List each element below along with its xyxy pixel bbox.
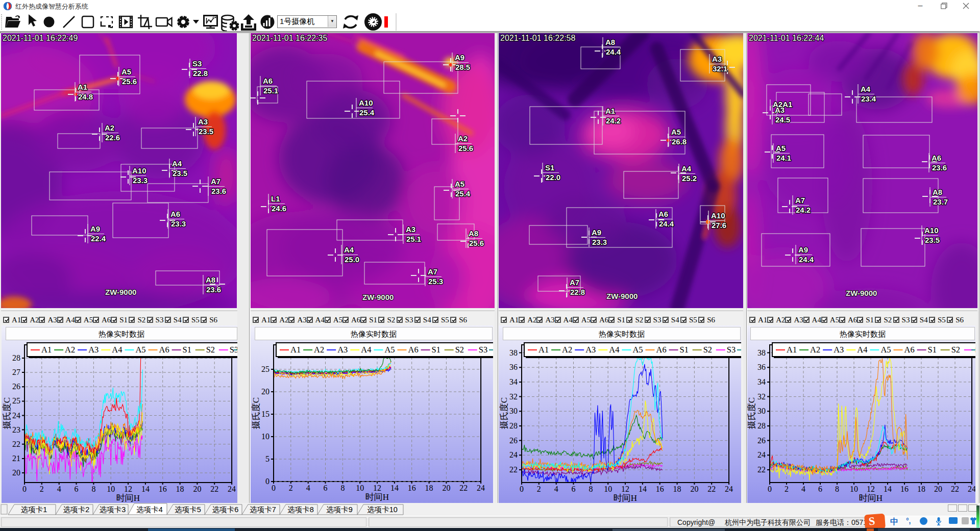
svg-text:23.3: 23.3 bbox=[133, 176, 148, 185]
svg-text:14: 14 bbox=[884, 485, 892, 493]
svg-text:A2: A2 bbox=[562, 345, 572, 355]
svg-text:A4: A4 bbox=[112, 345, 122, 355]
svg-text:25.4: 25.4 bbox=[455, 189, 471, 198]
svg-text:22: 22 bbox=[210, 485, 218, 493]
svg-text:24.1: 24.1 bbox=[776, 154, 791, 162]
svg-text:A5: A5 bbox=[671, 128, 681, 136]
svg-text:A1: A1 bbox=[290, 345, 301, 355]
svg-text:0: 0 bbox=[520, 485, 524, 493]
svg-text:32: 32 bbox=[509, 392, 518, 401]
svg-text:24: 24 bbox=[509, 450, 518, 459]
svg-text:22.4: 22.4 bbox=[91, 234, 106, 243]
svg-text:A6: A6 bbox=[408, 345, 419, 355]
svg-text:A7: A7 bbox=[211, 177, 220, 186]
svg-text:选项卡8: 选项卡8 bbox=[287, 505, 314, 514]
svg-text:S2: S2 bbox=[206, 345, 215, 355]
svg-text:A5: A5 bbox=[384, 345, 395, 355]
svg-text:24.8: 24.8 bbox=[78, 92, 93, 101]
svg-text:18: 18 bbox=[673, 485, 681, 493]
svg-text:选项卡1: 选项卡1 bbox=[21, 505, 47, 514]
svg-text:32: 32 bbox=[757, 392, 766, 401]
svg-text:A6: A6 bbox=[656, 345, 667, 355]
svg-text:A10: A10 bbox=[711, 211, 725, 220]
svg-text:ZW-9000: ZW-9000 bbox=[362, 293, 394, 301]
svg-text:时间H: 时间H bbox=[116, 493, 140, 503]
svg-text:23.4: 23.4 bbox=[861, 94, 876, 103]
svg-text:8: 8 bbox=[91, 485, 95, 493]
svg-text:A5: A5 bbox=[121, 67, 131, 76]
svg-text:A10: A10 bbox=[924, 226, 939, 235]
svg-text:选项卡3: 选项卡3 bbox=[100, 505, 126, 514]
svg-text:38: 38 bbox=[509, 348, 518, 357]
svg-text:14: 14 bbox=[390, 484, 399, 492]
svg-text:0: 0 bbox=[272, 484, 276, 492]
svg-text:34: 34 bbox=[509, 377, 518, 386]
svg-text:23.5: 23.5 bbox=[199, 127, 213, 136]
svg-text:A7: A7 bbox=[570, 278, 579, 287]
svg-text:A4: A4 bbox=[361, 345, 371, 355]
svg-text:A4: A4 bbox=[172, 159, 182, 168]
svg-text:25.3: 25.3 bbox=[428, 277, 443, 286]
svg-text:A1: A1 bbox=[787, 345, 797, 355]
svg-text:A8: A8 bbox=[469, 229, 478, 238]
svg-text:A2: A2 bbox=[314, 345, 324, 355]
svg-text:A8: A8 bbox=[933, 188, 942, 196]
svg-text:24: 24 bbox=[968, 485, 975, 493]
svg-text:摄氏度C: 摄氏度C bbox=[499, 397, 509, 429]
svg-text:A4: A4 bbox=[344, 245, 354, 254]
svg-text:23.6: 23.6 bbox=[206, 285, 221, 294]
svg-text:S3: S3 bbox=[727, 345, 736, 355]
svg-text:ZW-9000: ZW-9000 bbox=[846, 289, 877, 297]
svg-text:A3: A3 bbox=[775, 106, 785, 114]
svg-text:A4: A4 bbox=[861, 85, 871, 93]
svg-text:20: 20 bbox=[442, 484, 450, 492]
svg-text:2: 2 bbox=[537, 485, 541, 493]
svg-text:12: 12 bbox=[373, 484, 381, 492]
svg-text:12: 12 bbox=[124, 485, 132, 493]
svg-text:A1: A1 bbox=[605, 107, 615, 115]
svg-text:A9: A9 bbox=[90, 224, 100, 233]
svg-text:23: 23 bbox=[12, 425, 20, 434]
svg-text:A6: A6 bbox=[658, 210, 668, 218]
svg-text:23.6: 23.6 bbox=[932, 163, 947, 172]
svg-text:25.4: 25.4 bbox=[359, 108, 375, 117]
svg-text:25.6: 25.6 bbox=[458, 144, 473, 153]
svg-text:时间H: 时间H bbox=[614, 493, 637, 503]
svg-text:24: 24 bbox=[725, 485, 733, 493]
svg-text:2: 2 bbox=[40, 485, 44, 493]
svg-text:26: 26 bbox=[757, 436, 766, 445]
svg-text:A6: A6 bbox=[904, 345, 915, 355]
svg-text:选项卡4: 选项卡4 bbox=[136, 505, 163, 514]
svg-text:26.8: 26.8 bbox=[672, 137, 687, 146]
svg-text:5: 5 bbox=[265, 454, 270, 463]
svg-text:23.7: 23.7 bbox=[933, 197, 948, 206]
svg-text:S2: S2 bbox=[703, 345, 712, 355]
svg-text:18: 18 bbox=[425, 484, 433, 492]
svg-text:25.2: 25.2 bbox=[682, 174, 697, 183]
svg-text:A6: A6 bbox=[932, 154, 941, 162]
svg-text:选项卡10: 选项卡10 bbox=[367, 505, 398, 514]
svg-text:8: 8 bbox=[340, 484, 345, 492]
svg-text:36: 36 bbox=[509, 363, 518, 371]
svg-text:10: 10 bbox=[107, 485, 115, 493]
svg-text:2021-11-01 16:22:58: 2021-11-01 16:22:58 bbox=[500, 34, 575, 42]
svg-text:A10: A10 bbox=[359, 98, 373, 107]
svg-text:A1: A1 bbox=[78, 83, 87, 91]
svg-text:6: 6 bbox=[818, 485, 822, 493]
svg-text:8: 8 bbox=[835, 485, 839, 493]
svg-text:22: 22 bbox=[12, 440, 20, 448]
svg-text:26: 26 bbox=[12, 382, 20, 391]
svg-text:时间H: 时间H bbox=[859, 493, 883, 503]
svg-text:21: 21 bbox=[12, 454, 20, 463]
svg-text:22.8: 22.8 bbox=[193, 69, 208, 78]
svg-text:14: 14 bbox=[639, 485, 647, 493]
svg-text:4: 4 bbox=[801, 485, 805, 493]
svg-text:16: 16 bbox=[408, 484, 416, 492]
svg-text:22.6: 22.6 bbox=[105, 133, 120, 142]
svg-text:A4: A4 bbox=[609, 345, 619, 355]
svg-text:22: 22 bbox=[951, 485, 959, 493]
svg-text:24.4: 24.4 bbox=[799, 255, 814, 264]
svg-text:23.6: 23.6 bbox=[211, 187, 226, 195]
svg-text:S3: S3 bbox=[192, 59, 202, 68]
svg-text:24: 24 bbox=[228, 485, 236, 493]
